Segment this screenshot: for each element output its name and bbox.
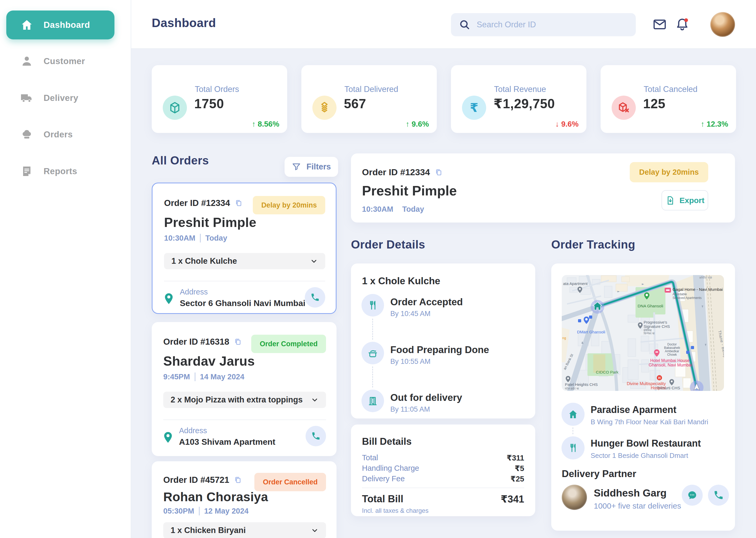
order-date: Today [200, 234, 227, 242]
tracking-stop-subtitle: Sector 1 Beside Ghansoli Dmart [591, 452, 688, 460]
address-label: Address [179, 426, 275, 435]
sidebar-item-customer[interactable]: Customer [6, 48, 115, 74]
user-avatar[interactable] [710, 12, 735, 37]
bill-note: Incl. all taxes & charges [362, 507, 428, 514]
map-label: ng [562, 336, 566, 340]
map-pin-icon [163, 432, 173, 443]
export-label: Export [679, 196, 704, 205]
customer-name: Rohan Chorasiya [163, 490, 326, 504]
home-icon [21, 19, 33, 31]
map-label: Doctor [667, 343, 677, 346]
search-box[interactable] [451, 13, 636, 36]
order-tracking-heading: Order Tracking [551, 238, 635, 251]
map-label: Ghansoli, Navi Mumbai [649, 363, 692, 367]
bill-row-value: ₹5 [515, 464, 524, 473]
chef-hat-icon [21, 128, 33, 141]
all-orders-heading: All Orders [152, 154, 209, 167]
order-time: 9:45PM [163, 372, 190, 381]
sidebar-item-label: Customer [44, 56, 85, 66]
sidebar-item-dashboard[interactable]: Dashboard [6, 11, 115, 39]
stat-label: Total Orders [195, 84, 239, 94]
order-details-heading: Order Details [351, 238, 425, 251]
page-title: Dashboard [152, 16, 216, 30]
map-label: Signature CHS [644, 324, 670, 329]
copy-icon[interactable] [234, 338, 242, 346]
sidebar-item-label: Dashboard [44, 20, 90, 30]
order-items-dropdown[interactable]: 2 x Mojo Pizza with extra toppings [163, 392, 326, 408]
order-item-title: 1 x Chole Kulche [362, 276, 440, 287]
call-button[interactable] [708, 485, 729, 506]
topbar: Dashboard [131, 0, 756, 49]
map-label: DNA Ghansoli [638, 304, 663, 308]
delivery-partner-heading: Delivery Partner [562, 468, 636, 479]
order-time: 05:30PM [163, 507, 194, 515]
stat-card-total-orders: Total Orders 1750 ↑ 8.56% [152, 65, 287, 133]
phone-icon [713, 490, 724, 501]
address-label: Address [180, 288, 305, 296]
map-label: Ambedkar [665, 350, 679, 353]
order-time: 10:30AM [164, 234, 195, 242]
customer-name: Shardav Jarus [163, 353, 326, 369]
order-card[interactable]: Order ID #45721 Order Cancelled Rohan Ch… [152, 461, 337, 538]
box-cancel-icon [617, 101, 631, 115]
order-tracking-map[interactable]: H ata Apartment कॉर्पोरेट पार्क Gagal Ho… [562, 275, 724, 391]
map-label: Affordable [673, 293, 687, 296]
bill-total-label: Total Bill [362, 493, 403, 505]
delivery-partner-avatar [562, 485, 587, 510]
order-date: 12 May 2024 [199, 507, 249, 515]
map-label: Babasaheb [664, 346, 680, 350]
order-detail-card: Order ID #12334 Preshit Pimple 10:30AMTo… [351, 153, 735, 223]
copy-icon[interactable] [435, 168, 443, 177]
copy-icon[interactable] [234, 476, 242, 484]
stat-delta: ↑ 8.56% [252, 120, 279, 129]
call-button[interactable] [306, 426, 326, 446]
sidebar-item-orders[interactable]: Orders [6, 121, 115, 148]
home-icon [568, 409, 578, 419]
copy-icon[interactable] [235, 199, 243, 207]
bill-row-value: ₹311 [507, 454, 524, 462]
map-label: DMart Ghansoli [577, 330, 605, 334]
rupee-icon: ₹ [470, 101, 478, 115]
mail-icon[interactable] [653, 17, 667, 31]
bill-total-value: ₹341 [500, 493, 524, 505]
truck-icon [21, 92, 33, 104]
status-badge: Delay by 20mins [253, 196, 325, 214]
timeline-step-title: Food Preparing Done [390, 345, 489, 355]
map-label: Chowk [667, 353, 677, 356]
stat-card-total-canceled: Total Canceled 125 ↑ 12.3% [601, 65, 736, 133]
stat-value: 1750 [194, 96, 224, 111]
map-label: ata Apartment [563, 281, 588, 286]
map-label: Gagal Home - Navi Mumbai [673, 287, 723, 292]
phone-icon [310, 293, 320, 302]
chat-button[interactable] [682, 485, 703, 506]
timeline-step-time: By 10:45 AM [390, 310, 431, 318]
order-items-dropdown[interactable]: 1 x Chole Kulche [164, 253, 325, 269]
tracking-stop-title: Paradise Aparment [591, 404, 677, 415]
order-card[interactable]: Order ID #16318 Order Completed Shardav … [152, 322, 337, 456]
order-items-dropdown[interactable]: 1 x Chicken Biryani [163, 522, 326, 538]
map-label: CIDCO Park [596, 370, 618, 374]
order-id: Order ID #16318 [163, 337, 242, 347]
export-button[interactable]: Export [661, 190, 708, 210]
sidebar: Dashboard Customer Delivery Orders Repor… [0, 0, 131, 538]
call-button[interactable] [305, 287, 325, 308]
order-id: Order ID #45721 [163, 475, 242, 485]
order-card[interactable]: Order ID #12334 Delay by 20mins Preshit … [152, 183, 337, 314]
stat-delta: ↓ 9.6% [555, 120, 579, 129]
chevron-down-icon [310, 257, 318, 265]
report-icon [21, 165, 33, 178]
cooking-pot-icon [367, 348, 378, 358]
bill-row-value: ₹25 [510, 474, 524, 483]
sidebar-item-label: Reports [44, 166, 77, 176]
filters-button[interactable]: Filters [285, 157, 338, 177]
map-pin-icon [164, 293, 173, 304]
sidebar-item-reports[interactable]: Reports [6, 158, 115, 185]
order-details-card: 1 x Chole Kulche Order Accepted By 10:45… [351, 263, 535, 418]
stat-card-total-delivered: Total Delivered 567 ↑ 9.6% [301, 65, 437, 133]
sidebar-item-delivery[interactable]: Delivery [6, 85, 115, 111]
stat-value: 125 [643, 96, 665, 111]
box-icon [168, 101, 182, 115]
delivery-partner-subtitle: 1000+ five star deliveries [594, 502, 681, 511]
notification-bell-icon[interactable] [675, 17, 689, 31]
search-input[interactable] [477, 20, 628, 29]
